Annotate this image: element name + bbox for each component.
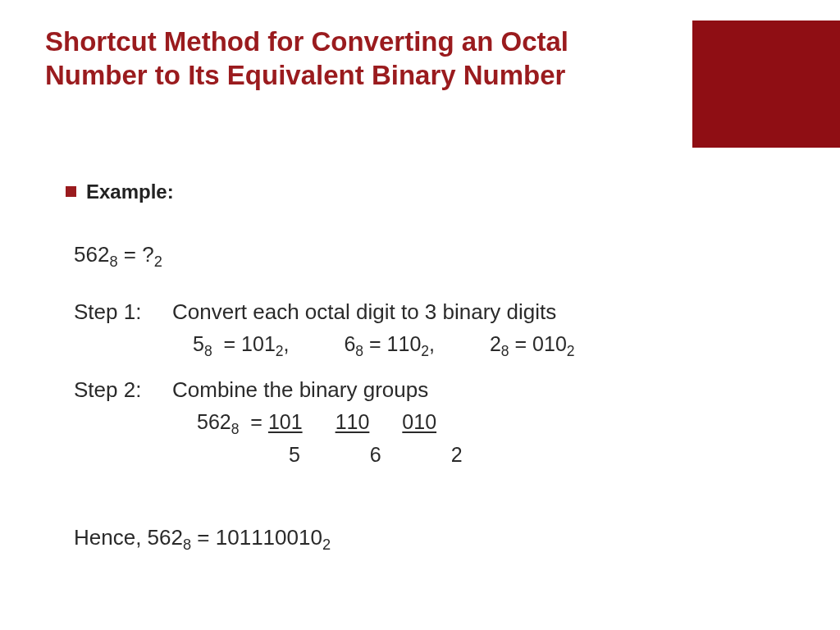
hence-lhs-base: 8 [183,536,191,553]
comb-eq: = [244,410,268,433]
accent-block [692,21,840,148]
comb-lhs: 562 [197,410,231,433]
conv-0-bd: 101 [241,332,276,355]
grp-2: 010 [402,410,436,433]
eq-lhs-base: 8 [109,253,117,270]
dig-0: 5 [289,443,300,466]
slide: Shortcut Method for Converting an Octal … [0,0,840,630]
conv-0-od: 5 [193,332,204,355]
slide-title: Shortcut Method for Converting an Octal … [45,25,619,93]
dig-1: 6 [370,443,381,466]
step2-text: Combine the binary groups [172,377,428,402]
conv-1-bd: 110 [387,332,422,355]
step1-label: Step 1: [74,299,172,325]
step1-text: Convert each octal digit to 3 binary dig… [172,299,556,324]
step2: Step 2:Combine the binary groups [74,377,428,403]
comb-lhs-base: 8 [231,421,240,437]
eq-rhs-base: 2 [154,253,162,270]
example-label: Example: [86,180,174,203]
hence-eq: = [191,525,216,550]
conv-1-od: 6 [344,332,355,355]
eq-lhs: 562 [74,242,109,267]
conv-2-od: 2 [490,332,501,355]
conv-0-bb: 2 [276,343,284,359]
eq-rhs: ? [142,242,153,267]
step1: Step 1:Convert each octal digit to 3 bin… [74,299,556,325]
dig-2: 2 [451,443,463,466]
bullet-icon [66,186,76,197]
initial-equation: 5628 = ?2 [74,242,162,271]
step2-label: Step 2: [74,377,172,403]
conv-2-bb: 2 [567,343,575,359]
conv-2-ob: 8 [501,343,509,359]
hence-lhs: 562 [148,525,183,550]
conv-2-bd: 010 [532,332,567,355]
step2-combine: 5628 = 101110010 [197,410,436,438]
conv-1-ob: 8 [355,343,363,359]
hence-rhs-base: 2 [322,536,331,553]
grp-0: 101 [268,410,303,433]
grp-1: 110 [336,410,370,433]
hence-rhs: 101110010 [216,525,322,550]
hence: Hence, 5628 = 1011100102 [74,525,331,554]
conv-1-bb: 2 [421,343,429,359]
eq-sign: = [118,242,143,267]
step2-digits: 5628 = 562 [197,443,463,471]
conv-0-ob: 8 [204,343,212,359]
hence-prefix: Hence, [74,525,148,550]
example-heading: Example: [66,180,174,203]
step1-conversions: 58 = 1012, 68 = 1102, 28 = 0102 [193,332,575,360]
